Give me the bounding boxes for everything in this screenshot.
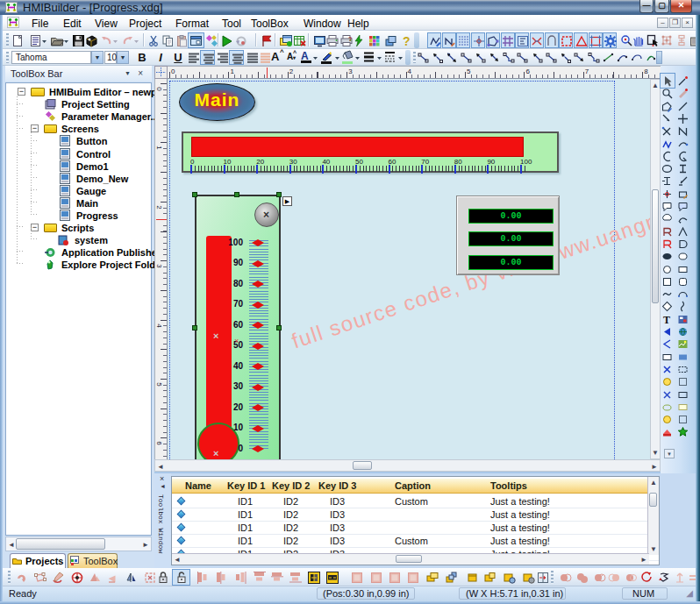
svg-text:T: T: [663, 314, 670, 325]
svg-text:?: ?: [403, 34, 411, 47]
svg-text:?: ?: [348, 36, 352, 42]
